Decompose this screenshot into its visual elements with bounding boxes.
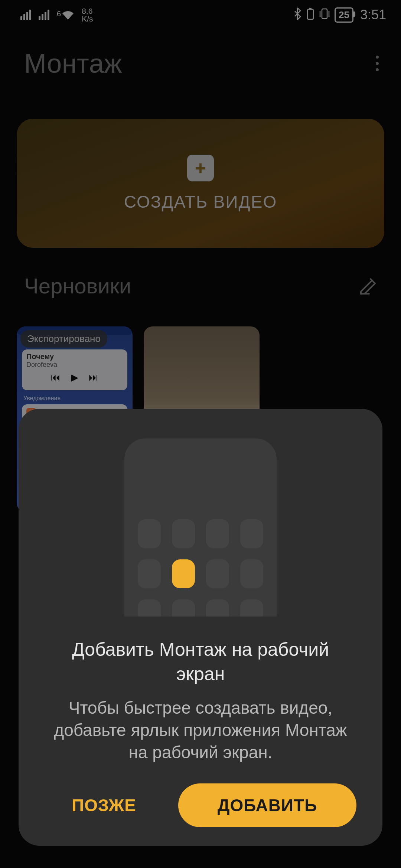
- dialog-body: Чтобы быстрее создавать видео, добавьте …: [45, 697, 356, 763]
- add-button[interactable]: ДОБАВИТЬ: [178, 783, 356, 827]
- phone-illustration: [124, 438, 277, 617]
- add-to-home-dialog: Добавить Монтаж на рабочий экран Чтобы б…: [19, 409, 382, 846]
- app-icon-highlight: [172, 559, 195, 588]
- later-button[interactable]: ПОЗЖЕ: [45, 784, 163, 826]
- dialog-title: Добавить Монтаж на рабочий экран: [48, 637, 353, 686]
